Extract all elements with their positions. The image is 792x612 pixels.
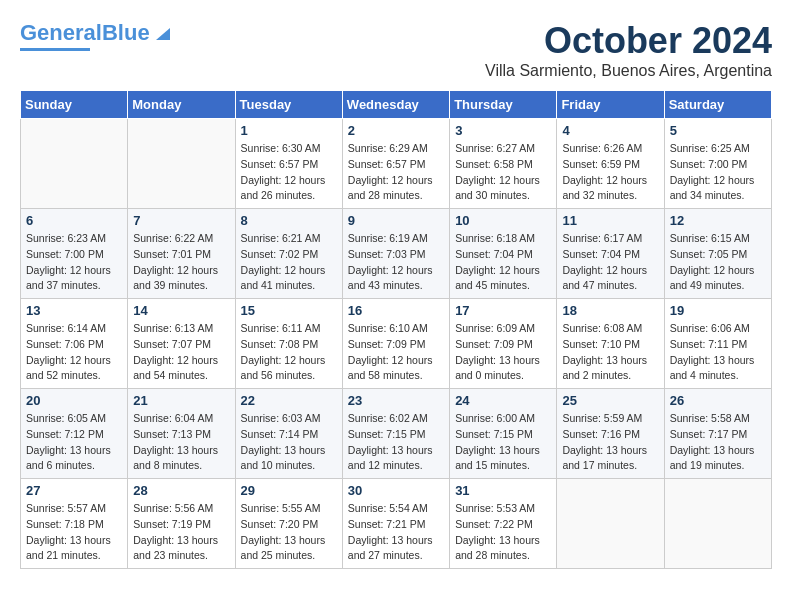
day-number: 7 <box>133 213 229 228</box>
day-number: 26 <box>670 393 766 408</box>
calendar-cell: 30Sunrise: 5:54 AM Sunset: 7:21 PM Dayli… <box>342 479 449 569</box>
day-info: Sunrise: 5:55 AM Sunset: 7:20 PM Dayligh… <box>241 501 337 564</box>
calendar-day-header: Friday <box>557 91 664 119</box>
day-number: 16 <box>348 303 444 318</box>
day-number: 24 <box>455 393 551 408</box>
calendar-cell: 2Sunrise: 6:29 AM Sunset: 6:57 PM Daylig… <box>342 119 449 209</box>
svg-marker-0 <box>156 28 170 40</box>
day-info: Sunrise: 6:25 AM Sunset: 7:00 PM Dayligh… <box>670 141 766 204</box>
calendar-cell <box>21 119 128 209</box>
day-number: 5 <box>670 123 766 138</box>
calendar-cell: 8Sunrise: 6:21 AM Sunset: 7:02 PM Daylig… <box>235 209 342 299</box>
day-number: 30 <box>348 483 444 498</box>
calendar-cell: 31Sunrise: 5:53 AM Sunset: 7:22 PM Dayli… <box>450 479 557 569</box>
calendar-cell: 17Sunrise: 6:09 AM Sunset: 7:09 PM Dayli… <box>450 299 557 389</box>
day-number: 18 <box>562 303 658 318</box>
day-number: 12 <box>670 213 766 228</box>
day-info: Sunrise: 6:29 AM Sunset: 6:57 PM Dayligh… <box>348 141 444 204</box>
day-info: Sunrise: 6:17 AM Sunset: 7:04 PM Dayligh… <box>562 231 658 294</box>
calendar-cell: 12Sunrise: 6:15 AM Sunset: 7:05 PM Dayli… <box>664 209 771 299</box>
day-number: 19 <box>670 303 766 318</box>
day-number: 28 <box>133 483 229 498</box>
calendar-day-header: Tuesday <box>235 91 342 119</box>
day-info: Sunrise: 6:26 AM Sunset: 6:59 PM Dayligh… <box>562 141 658 204</box>
logo-part1: General <box>20 20 102 45</box>
day-number: 8 <box>241 213 337 228</box>
day-number: 13 <box>26 303 122 318</box>
calendar-cell: 5Sunrise: 6:25 AM Sunset: 7:00 PM Daylig… <box>664 119 771 209</box>
day-info: Sunrise: 6:23 AM Sunset: 7:00 PM Dayligh… <box>26 231 122 294</box>
day-number: 4 <box>562 123 658 138</box>
day-info: Sunrise: 5:56 AM Sunset: 7:19 PM Dayligh… <box>133 501 229 564</box>
calendar-cell: 3Sunrise: 6:27 AM Sunset: 6:58 PM Daylig… <box>450 119 557 209</box>
calendar-cell: 11Sunrise: 6:17 AM Sunset: 7:04 PM Dayli… <box>557 209 664 299</box>
calendar-day-header: Thursday <box>450 91 557 119</box>
month-title: October 2024 <box>485 20 772 62</box>
day-info: Sunrise: 6:05 AM Sunset: 7:12 PM Dayligh… <box>26 411 122 474</box>
day-info: Sunrise: 6:19 AM Sunset: 7:03 PM Dayligh… <box>348 231 444 294</box>
day-info: Sunrise: 6:21 AM Sunset: 7:02 PM Dayligh… <box>241 231 337 294</box>
day-number: 25 <box>562 393 658 408</box>
calendar-week-row: 6Sunrise: 6:23 AM Sunset: 7:00 PM Daylig… <box>21 209 772 299</box>
day-number: 31 <box>455 483 551 498</box>
day-number: 23 <box>348 393 444 408</box>
calendar-cell: 29Sunrise: 5:55 AM Sunset: 7:20 PM Dayli… <box>235 479 342 569</box>
day-number: 10 <box>455 213 551 228</box>
day-number: 9 <box>348 213 444 228</box>
location-subtitle: Villa Sarmiento, Buenos Aires, Argentina <box>485 62 772 80</box>
calendar-cell: 13Sunrise: 6:14 AM Sunset: 7:06 PM Dayli… <box>21 299 128 389</box>
calendar-header-row: SundayMondayTuesdayWednesdayThursdayFrid… <box>21 91 772 119</box>
calendar-cell: 18Sunrise: 6:08 AM Sunset: 7:10 PM Dayli… <box>557 299 664 389</box>
logo-underline <box>20 48 90 51</box>
logo-icon <box>152 24 170 42</box>
calendar-week-row: 20Sunrise: 6:05 AM Sunset: 7:12 PM Dayli… <box>21 389 772 479</box>
day-info: Sunrise: 6:22 AM Sunset: 7:01 PM Dayligh… <box>133 231 229 294</box>
calendar-day-header: Wednesday <box>342 91 449 119</box>
calendar-cell: 6Sunrise: 6:23 AM Sunset: 7:00 PM Daylig… <box>21 209 128 299</box>
day-info: Sunrise: 5:57 AM Sunset: 7:18 PM Dayligh… <box>26 501 122 564</box>
day-number: 20 <box>26 393 122 408</box>
calendar-cell <box>664 479 771 569</box>
day-info: Sunrise: 6:04 AM Sunset: 7:13 PM Dayligh… <box>133 411 229 474</box>
calendar-header: SundayMondayTuesdayWednesdayThursdayFrid… <box>21 91 772 119</box>
logo: GeneralBlue <box>20 20 170 51</box>
day-info: Sunrise: 6:14 AM Sunset: 7:06 PM Dayligh… <box>26 321 122 384</box>
calendar-cell: 24Sunrise: 6:00 AM Sunset: 7:15 PM Dayli… <box>450 389 557 479</box>
day-number: 6 <box>26 213 122 228</box>
day-number: 29 <box>241 483 337 498</box>
calendar-cell: 21Sunrise: 6:04 AM Sunset: 7:13 PM Dayli… <box>128 389 235 479</box>
day-info: Sunrise: 6:06 AM Sunset: 7:11 PM Dayligh… <box>670 321 766 384</box>
day-info: Sunrise: 6:13 AM Sunset: 7:07 PM Dayligh… <box>133 321 229 384</box>
logo-text: GeneralBlue <box>20 20 150 46</box>
day-info: Sunrise: 6:03 AM Sunset: 7:14 PM Dayligh… <box>241 411 337 474</box>
day-info: Sunrise: 5:53 AM Sunset: 7:22 PM Dayligh… <box>455 501 551 564</box>
day-number: 21 <box>133 393 229 408</box>
calendar-cell: 16Sunrise: 6:10 AM Sunset: 7:09 PM Dayli… <box>342 299 449 389</box>
calendar-cell: 26Sunrise: 5:58 AM Sunset: 7:17 PM Dayli… <box>664 389 771 479</box>
calendar-cell <box>557 479 664 569</box>
calendar-cell: 22Sunrise: 6:03 AM Sunset: 7:14 PM Dayli… <box>235 389 342 479</box>
day-number: 15 <box>241 303 337 318</box>
calendar-week-row: 1Sunrise: 6:30 AM Sunset: 6:57 PM Daylig… <box>21 119 772 209</box>
day-info: Sunrise: 6:00 AM Sunset: 7:15 PM Dayligh… <box>455 411 551 474</box>
calendar-body: 1Sunrise: 6:30 AM Sunset: 6:57 PM Daylig… <box>21 119 772 569</box>
calendar-day-header: Sunday <box>21 91 128 119</box>
calendar-cell: 15Sunrise: 6:11 AM Sunset: 7:08 PM Dayli… <box>235 299 342 389</box>
calendar-cell: 1Sunrise: 6:30 AM Sunset: 6:57 PM Daylig… <box>235 119 342 209</box>
calendar-cell: 4Sunrise: 6:26 AM Sunset: 6:59 PM Daylig… <box>557 119 664 209</box>
calendar-cell: 9Sunrise: 6:19 AM Sunset: 7:03 PM Daylig… <box>342 209 449 299</box>
calendar-cell: 28Sunrise: 5:56 AM Sunset: 7:19 PM Dayli… <box>128 479 235 569</box>
calendar-cell: 19Sunrise: 6:06 AM Sunset: 7:11 PM Dayli… <box>664 299 771 389</box>
day-number: 14 <box>133 303 229 318</box>
day-info: Sunrise: 6:11 AM Sunset: 7:08 PM Dayligh… <box>241 321 337 384</box>
logo-part2: Blue <box>102 20 150 45</box>
title-block: October 2024 Villa Sarmiento, Buenos Air… <box>485 20 772 80</box>
calendar-cell: 10Sunrise: 6:18 AM Sunset: 7:04 PM Dayli… <box>450 209 557 299</box>
day-info: Sunrise: 5:59 AM Sunset: 7:16 PM Dayligh… <box>562 411 658 474</box>
calendar-day-header: Monday <box>128 91 235 119</box>
day-info: Sunrise: 6:09 AM Sunset: 7:09 PM Dayligh… <box>455 321 551 384</box>
day-info: Sunrise: 6:10 AM Sunset: 7:09 PM Dayligh… <box>348 321 444 384</box>
calendar-week-row: 13Sunrise: 6:14 AM Sunset: 7:06 PM Dayli… <box>21 299 772 389</box>
calendar-week-row: 27Sunrise: 5:57 AM Sunset: 7:18 PM Dayli… <box>21 479 772 569</box>
day-info: Sunrise: 6:18 AM Sunset: 7:04 PM Dayligh… <box>455 231 551 294</box>
